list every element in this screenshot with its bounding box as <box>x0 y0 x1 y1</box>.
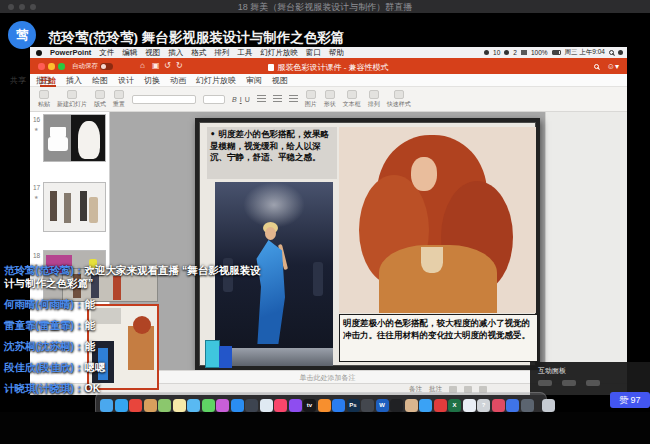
ribbon-button-icon <box>67 90 77 99</box>
slide-thumbnail-image[interactable] <box>43 114 106 162</box>
dock-app-icon[interactable] <box>405 399 418 412</box>
ribbon-button[interactable]: 重置 <box>113 90 125 109</box>
menubar-clock[interactable]: 周三 上午9:04 <box>565 48 605 57</box>
animation-star-icon: ★ <box>34 194 38 200</box>
ribbon-button[interactable]: 新建幻灯片 <box>57 90 87 109</box>
dock-app-icon[interactable] <box>434 399 447 412</box>
dock-app-icon[interactable]: tv <box>303 399 316 412</box>
comments-button[interactable]: 批注 <box>36 75 52 86</box>
menubar-item[interactable]: 编辑 <box>122 48 137 58</box>
slide-top-textbox[interactable]: • 明度差小的色彩搭配，效果略显模糊，视觉缓和，给人以深沉、宁静，舒适、平稳之感… <box>207 127 337 179</box>
dock-app-icon[interactable] <box>115 399 128 412</box>
font-name-select[interactable] <box>132 95 196 104</box>
dock-app-icon[interactable]: X <box>448 399 461 412</box>
dock-app-icon[interactable] <box>231 399 244 412</box>
font-style-button[interactable]: U <box>245 96 250 103</box>
menubar-item[interactable]: 工具 <box>237 48 252 58</box>
dock-app-icon[interactable] <box>492 399 505 412</box>
grid-icon[interactable] <box>521 50 527 55</box>
chat-sender: 计晓琪(计晓琪)： <box>4 382 85 394</box>
menubar-item[interactable]: 窗口 <box>306 48 321 58</box>
dock-app-icon[interactable] <box>463 399 476 412</box>
align-right-icon[interactable] <box>289 95 298 103</box>
dock-app-icon[interactable] <box>100 399 113 412</box>
dock-app-icon[interactable] <box>158 399 171 412</box>
menubar-item[interactable]: 排列 <box>214 48 229 58</box>
menubar-item[interactable]: 视图 <box>145 48 160 58</box>
ribbon-corner: 共享 批注 <box>0 74 62 87</box>
smiley-icon[interactable]: ☺▾ <box>607 62 619 71</box>
dock-app-icon[interactable] <box>260 399 273 412</box>
dock-app-icon[interactable]: ? <box>477 399 490 412</box>
spotlight-icon[interactable] <box>609 50 614 55</box>
menubar-item[interactable]: 帮助 <box>329 48 344 58</box>
dock-app-icon[interactable] <box>144 399 157 412</box>
font-style-button[interactable]: I <box>240 96 242 103</box>
menubar-item[interactable]: 文件 <box>99 48 114 58</box>
ribbon-button[interactable]: 形状 <box>324 90 336 109</box>
search-icon[interactable] <box>594 64 599 69</box>
share-button[interactable]: 共享 <box>10 75 26 86</box>
bell-icon[interactable] <box>484 50 489 55</box>
dock-app-icon[interactable]: Ps <box>347 399 360 412</box>
dock-app-icon[interactable] <box>129 399 142 412</box>
menubar-item[interactable]: 插入 <box>168 48 183 58</box>
ribbon-button[interactable]: 文本框 <box>343 90 361 109</box>
dock-app-icon[interactable] <box>361 399 374 412</box>
dock-app-icon[interactable] <box>506 399 519 412</box>
chat-overlay: 范玲莺(范玲莺)：欢迎大家来观看直播 “舞台影视服装设计与制作之色彩篇” 何雨晴… <box>4 264 266 403</box>
dock-app-icon[interactable] <box>216 399 229 412</box>
ppt-titlebar: 自动保存 ⌂ ▣ ↺ ↻ 服装色彩设计课件 - 兼容性模式 ☺▾ <box>30 58 627 74</box>
dock-app-icon[interactable] <box>390 399 403 412</box>
macos-menubar: PowerPoint 文件编辑视图插入格式排列工具幻灯片放映窗口帮助 10 2 … <box>30 47 627 58</box>
menubar-item[interactable]: 幻灯片放映 <box>260 48 298 58</box>
control-center-icon[interactable] <box>618 50 623 55</box>
dock-app-icon[interactable] <box>289 399 302 412</box>
interaction-panel-title: 互动面板 <box>538 366 566 376</box>
dock-app-icon[interactable] <box>187 399 200 412</box>
dock-app-icon[interactable]: W <box>376 399 389 412</box>
dock-app-icon[interactable] <box>245 399 258 412</box>
streamer-avatar[interactable]: 莺 <box>8 21 36 49</box>
ribbon-button[interactable]: 粘贴 <box>38 90 50 109</box>
align-center-icon[interactable] <box>273 95 282 103</box>
like-count-badge[interactable]: 赞 97 <box>610 392 650 408</box>
dock-app-icon[interactable] <box>521 399 534 412</box>
ribbon-button[interactable]: 快速样式 <box>387 90 411 109</box>
ribbon-button-icon <box>114 90 124 99</box>
ribbon-button[interactable]: 图片 <box>305 90 317 109</box>
dock-app-icon[interactable] <box>202 399 215 412</box>
dock-app-icon[interactable] <box>173 399 186 412</box>
battery-icon <box>552 50 561 55</box>
align-left-icon[interactable] <box>257 95 266 103</box>
font-style-button[interactable]: B <box>232 96 237 103</box>
dock-app-icon[interactable] <box>419 399 432 412</box>
update-icon[interactable] <box>504 50 509 55</box>
ribbon-tab[interactable]: 设计 <box>118 74 134 87</box>
ribbon-tab[interactable]: 插入 <box>66 74 82 87</box>
slide-thumbnail-image[interactable] <box>43 182 106 232</box>
document-title: 服装色彩设计课件 - 兼容性模式 <box>30 62 627 73</box>
dock-app-icon[interactable] <box>542 399 555 412</box>
player-controls: ✓ 32:25 180:46 倍速 ↗ <box>0 412 650 444</box>
slide-bottom-textbox[interactable]: 明度差极小的色彩搭配，较大程度的减小了视觉的冲击力。往往用材料的变化拉大明度的视… <box>339 314 538 362</box>
ribbon-tab[interactable]: 绘图 <box>92 74 108 87</box>
dock-app-icon[interactable] <box>332 399 345 412</box>
ribbon-button[interactable]: 排列 <box>368 90 380 109</box>
menu-app-name[interactable]: PowerPoint <box>50 48 91 57</box>
apple-icon[interactable] <box>36 50 42 56</box>
ribbon-button[interactable]: 版式 <box>94 90 106 109</box>
font-size-select[interactable] <box>203 95 225 104</box>
dock-app-icon[interactable] <box>318 399 331 412</box>
ribbon-tab[interactable]: 审阅 <box>246 74 262 87</box>
ribbon-tab[interactable]: 切换 <box>144 74 160 87</box>
menubar-item[interactable]: 格式 <box>191 48 206 58</box>
chat-sender: 雷童霏(雷童霏)： <box>4 319 85 331</box>
ribbon-tab[interactable]: 动画 <box>170 74 186 87</box>
ribbon-tab[interactable]: 视图 <box>272 74 288 87</box>
ribbon-tab[interactable]: 幻灯片放映 <box>196 74 236 87</box>
chat-text: 能 <box>85 340 96 352</box>
ribbon-tabs: 开始插入绘图设计切换动画幻灯片放映审阅视图 <box>30 74 627 87</box>
dock-app-icon[interactable] <box>274 399 287 412</box>
redhead-model-photo[interactable] <box>339 127 536 313</box>
